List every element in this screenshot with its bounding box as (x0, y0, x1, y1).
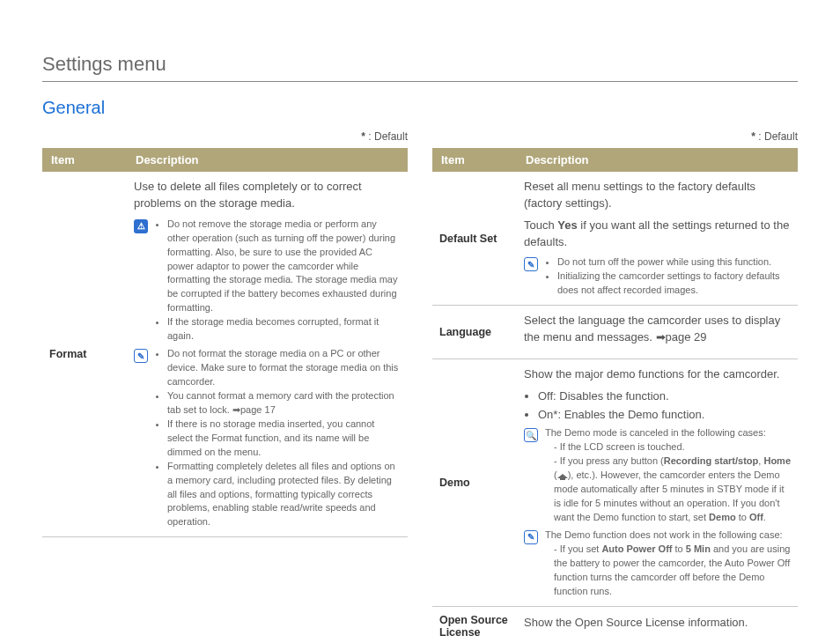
col-header-item: Item (432, 148, 517, 172)
defaultset-tip-1: Do not turn off the power while using th… (557, 255, 791, 270)
format-tip-2: You cannot format a memory card with the… (167, 389, 401, 418)
demo-opt-on: On*: Enables the Demo function. (538, 407, 791, 424)
demo-lead: Show the major demo functions for the ca… (524, 366, 791, 383)
osl-lead: Show the Open Source License information… (524, 615, 791, 632)
row-demo: Demo Show the major demo functions for t… (432, 358, 798, 606)
format-tip-4: Formatting completely deletes all files … (167, 460, 401, 530)
desc-default-set: Reset all menu settings to the factory d… (517, 172, 798, 306)
page: Settings menu General * : Default Item D… (0, 0, 840, 643)
row-format: Format Use to delete all files completel… (42, 172, 408, 537)
left-column: * : Default Item Description Format Use … (42, 130, 408, 643)
right-column: * : Default Item Description Default Set… (432, 130, 798, 643)
format-lead: Use to delete all files completely or to… (134, 179, 401, 212)
right-table: Item Description Default Set Reset all m… (432, 148, 798, 643)
format-warn-box: ⚠ Do not remove the storage media or per… (134, 218, 401, 344)
col-header-desc: Description (127, 148, 408, 172)
language-lead: Select the language the camcorder uses t… (524, 313, 791, 346)
demo-mag-box: 🔍 The Demo mode is canceled in the follo… (524, 426, 791, 525)
format-tip-list: Do not format the storage media on a PC … (155, 347, 401, 529)
item-demo: Demo (432, 358, 517, 606)
defaultset-tip-2: Initializing the camcorder settings to f… (557, 270, 791, 298)
desc-osl: Show the Open Source License information… (517, 606, 798, 643)
format-tip-box: ✎ Do not format the storage media on a P… (134, 347, 401, 529)
item-default-set: Default Set (432, 172, 517, 306)
format-warn-1: Do not remove the storage media or perfo… (167, 218, 401, 316)
columns: * : Default Item Description Format Use … (42, 130, 798, 643)
row-language: Language Select the language the camcord… (432, 306, 798, 359)
demo-mag-list: The Demo mode is canceled in the followi… (545, 426, 791, 525)
demo-options: Off: Disables the function. On*: Enables… (524, 388, 791, 424)
item-osl: Open Source License (432, 606, 517, 643)
demo-tip-lead: The Demo function does not work in the f… (545, 528, 791, 543)
desc-format: Use to delete all files completely or to… (127, 172, 408, 537)
item-language: Language (432, 306, 517, 359)
defaultset-lead2: Touch Yes if you want all the settings r… (524, 218, 791, 251)
demo-opt-off: Off: Disables the function. (538, 388, 791, 405)
note-icon: ✎ (524, 257, 538, 271)
note-icon: ✎ (524, 530, 538, 544)
row-open-source-license: Open Source License Show the Open Source… (432, 606, 798, 643)
col-header-item: Item (42, 148, 127, 172)
row-default-set: Default Set Reset all menu settings to t… (432, 172, 798, 306)
note-icon: ✎ (134, 349, 148, 363)
format-warn-list: Do not remove the storage media or perfo… (155, 218, 401, 344)
demo-mag-lead: The Demo mode is canceled in the followi… (545, 426, 791, 440)
warning-icon: ⚠ (134, 219, 148, 233)
defaultset-lead1: Reset all menu settings to the factory d… (524, 179, 791, 212)
demo-tip-l1: - If you set Auto Power Off to 5 Min and… (545, 543, 791, 599)
defaultset-tip-list: Do not turn off the power while using th… (545, 255, 791, 298)
left-table: Item Description Format Use to delete al… (42, 148, 408, 537)
demo-mag-l2: - If you press any button (Recording sta… (545, 455, 791, 525)
magnify-icon: 🔍 (524, 428, 538, 442)
demo-tip-box: ✎ The Demo function does not work in the… (524, 528, 791, 599)
section-title: General (42, 98, 798, 118)
col-header-desc: Description (517, 148, 798, 172)
demo-tip-list: The Demo function does not work in the f… (545, 528, 791, 599)
format-tip-1: Do not format the storage media on a PC … (167, 347, 401, 389)
default-note-right: * : Default (432, 130, 798, 143)
defaultset-tip-box: ✎ Do not turn off the power while using … (524, 255, 791, 298)
desc-demo: Show the major demo functions for the ca… (517, 358, 798, 606)
default-note-left: * : Default (42, 130, 408, 143)
desc-language: Select the language the camcorder uses t… (517, 306, 798, 359)
format-tip-3: If there is no storage media inserted, y… (167, 418, 401, 460)
item-format: Format (42, 172, 127, 537)
page-title: Settings menu (42, 53, 798, 82)
format-warn-2: If the storage media becomes corrupted, … (167, 315, 401, 344)
home-icon (557, 471, 568, 480)
demo-mag-l1: - If the LCD screen is touched. (545, 440, 791, 455)
